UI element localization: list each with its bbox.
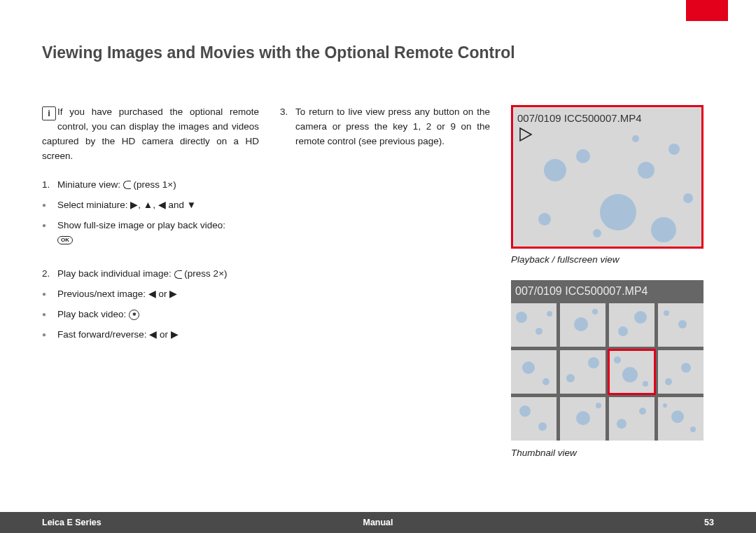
back-icon [123, 181, 131, 189]
svg-point-21 [542, 378, 550, 385]
svg-point-2 [576, 149, 590, 163]
svg-point-11 [516, 312, 527, 323]
page-title: Viewing Images and Movies with the Optio… [42, 43, 515, 62]
step-number: 3. [280, 105, 295, 149]
thumb-cell [658, 397, 704, 441]
svg-point-37 [663, 403, 667, 408]
thumb-cell-selected [609, 350, 654, 394]
bullet-text: Show full-size image or play back video:… [57, 219, 259, 248]
bullet-icon: ● [42, 287, 57, 302]
footer-left: Leica E Series [42, 518, 102, 527]
svg-point-18 [678, 320, 687, 328]
thumb-cell [511, 397, 556, 441]
svg-point-27 [681, 363, 691, 373]
thumb-cell [560, 350, 606, 394]
thumbnail-header: 007/0109 ICC500007.MP4 [511, 280, 704, 303]
bullet-text: Play back video: ✱ [57, 307, 139, 322]
svg-point-31 [576, 411, 590, 425]
svg-point-24 [622, 367, 638, 382]
svg-point-20 [522, 361, 535, 374]
svg-point-15 [592, 309, 598, 314]
thumb-cell [609, 303, 654, 347]
svg-point-22 [566, 374, 575, 382]
bullet-select-miniature: ● Select miniature: ▶, ▲, ◀ and ▼ [42, 198, 259, 213]
footer-center: Manual [0, 518, 756, 527]
step-text: Miniature view: (press 1×) [57, 178, 176, 193]
step-number: 1. [42, 178, 57, 193]
ok-icon: OK [57, 236, 73, 244]
bullet-prev-next: ● Previous/next image: ◀ or ▶ [42, 287, 259, 302]
svg-point-30 [538, 422, 547, 431]
sample-image [513, 107, 701, 247]
svg-point-34 [639, 408, 646, 415]
intro-paragraph: i If you have purchased the optional rem… [42, 105, 259, 164]
svg-point-28 [665, 378, 672, 385]
back-icon [174, 270, 182, 279]
info-camera-icon: ✱ [129, 310, 139, 320]
thumb-cell [560, 397, 606, 441]
step-text: To return to live view press any button … [295, 105, 490, 149]
bullet-icon: ● [42, 307, 57, 322]
svg-point-35 [671, 410, 684, 423]
bullet-text: Select miniature: ▶, ▲, ◀ and ▼ [57, 198, 196, 213]
svg-point-25 [614, 357, 621, 364]
content-area: i If you have purchased the optional rem… [42, 105, 714, 473]
step-1: 1. Miniature view: (press 1×) [42, 178, 259, 193]
thumbnail-caption: Thumbnail view [511, 446, 714, 461]
svg-point-3 [600, 194, 636, 230]
bullet-icon: ● [42, 328, 57, 342]
svg-point-7 [538, 213, 551, 226]
svg-point-4 [638, 162, 654, 179]
svg-point-9 [593, 229, 601, 237]
bullet-show-fullsize: ● Show full-size image or play back vide… [42, 219, 259, 248]
svg-point-1 [544, 159, 566, 181]
page-footer: Leica E Series Manual 53 [0, 512, 756, 533]
column-3: 007/0109 ICC500007.MP4 Playback / fullsc… [511, 105, 714, 473]
footer-right: 53 [704, 518, 714, 527]
svg-point-14 [574, 317, 588, 331]
svg-point-23 [588, 357, 599, 368]
svg-point-33 [617, 419, 626, 429]
thumb-cell [658, 350, 704, 394]
intro-text: If you have purchased the optional remot… [42, 106, 259, 161]
bullet-text: Fast forward/reverse: ◀ or ▶ [57, 328, 178, 342]
step-text: Play back individual image: (press 2×) [57, 267, 227, 282]
playback-figure: 007/0109 ICC500007.MP4 [511, 105, 704, 249]
svg-point-32 [596, 403, 601, 408]
step-number: 2. [42, 267, 57, 282]
thumb-cell [511, 303, 556, 347]
bullet-icon: ● [42, 219, 57, 248]
thumb-cell [560, 303, 606, 347]
svg-point-6 [651, 217, 676, 242]
svg-point-12 [536, 328, 542, 335]
svg-point-5 [668, 144, 680, 155]
bullet-ff-rev: ● Fast forward/reverse: ◀ or ▶ [42, 328, 259, 342]
bullet-icon: ● [42, 198, 57, 213]
svg-point-17 [634, 311, 647, 324]
bullet-play-video: ● Play back video: ✱ [42, 307, 259, 322]
svg-point-36 [690, 427, 696, 432]
svg-point-8 [683, 193, 693, 203]
thumbnail-grid [511, 303, 704, 441]
thumb-cell [609, 397, 654, 441]
svg-point-13 [547, 311, 552, 317]
svg-point-26 [643, 381, 648, 387]
thumb-cell [511, 350, 556, 394]
svg-point-10 [632, 135, 639, 142]
brand-tab [686, 0, 728, 21]
column-2: 3. To return to live view press any butt… [280, 105, 490, 473]
svg-point-29 [519, 406, 531, 417]
svg-point-16 [618, 326, 628, 336]
bullet-text: Previous/next image: ◀ or ▶ [57, 287, 177, 302]
step-3: 3. To return to live view press any butt… [280, 105, 490, 149]
thumb-cell [658, 303, 704, 347]
column-1: i If you have purchased the optional rem… [42, 105, 259, 473]
info-icon: i [42, 106, 56, 120]
svg-point-19 [664, 310, 669, 316]
playback-caption: Playback / fullscreen view [511, 253, 714, 268]
step-2: 2. Play back individual image: (press 2×… [42, 267, 259, 282]
